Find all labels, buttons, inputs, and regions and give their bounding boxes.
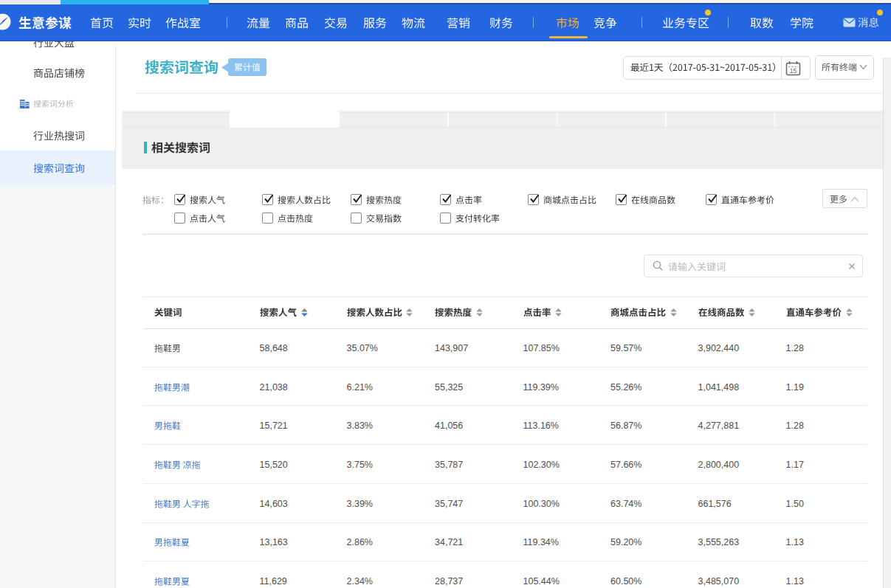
- svg-text:15: 15: [790, 67, 797, 75]
